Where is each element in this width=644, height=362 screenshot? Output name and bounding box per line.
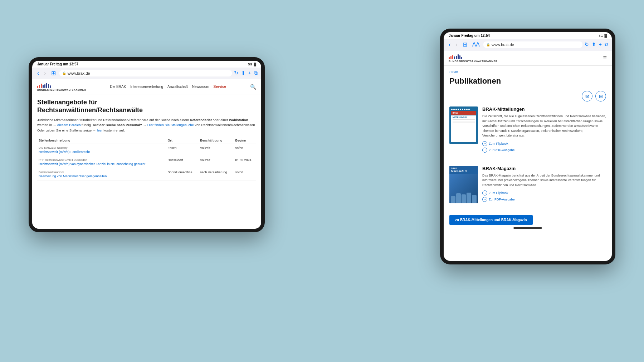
nav-interessenvertretung[interactable]: Interessenvertretung [130,85,163,89]
nav-anwaltschaft[interactable]: Anwaltschaft [167,85,188,89]
col-stellenbeschreibung: Stellenbeschreibung [37,137,166,144]
pub-link-flipbook-2[interactable]: → Zum Flipbook [482,190,606,195]
person1 [451,196,455,203]
job-1-type: Vollzeit [199,144,234,156]
battery-right: ▓ [604,34,607,38]
nav-service[interactable]: Service [214,85,226,89]
nav-links-left: Die BRAK Interessenvertretung Anwaltscha… [110,85,226,89]
dot2 [453,109,455,110]
nav-die-brak[interactable]: Die BRAK [110,85,126,89]
link-stellengesuche[interactable]: Hier finden Sie Stellengesuche [147,123,194,127]
link-bereich[interactable]: diesem Bereich [57,123,80,127]
reader-button-left[interactable]: ⊞ [50,69,57,77]
job-1-start: sofort [234,144,257,156]
table-row: Fachanwaltskanzlei Bearbeitung von Mediz… [37,168,256,180]
tablet-left-screen: Januar Freitag um 13:57 5G ▓ ‹ › ⊞ 🔒 www… [32,61,261,229]
company-2: PFP Rechtsanwälte GmbH Düsseldorf [39,158,165,162]
cta-button[interactable]: zu BRAK-Mitteilungen und BRAK-Magazin [449,215,533,225]
reader-button-right[interactable]: ⊞ [461,40,469,49]
url-left: www.brak.de [68,71,90,75]
dot6 [462,109,463,110]
rbar2 [450,56,452,59]
dot1 [451,109,453,110]
search-icon-left[interactable]: 🔍 [250,84,256,90]
pub-link-pdf-2[interactable]: → Zur PDF-Ausgabe [482,197,606,202]
job-3-link[interactable]: Bearbeitung von Medizinrechtsangelegenhe… [39,174,107,178]
browser-actions-right: ↻ ⬆ + ⧉ [585,41,608,48]
url-right: www.brak.de [492,43,514,47]
job-1-link[interactable]: Rechtsanwalt (m/w/d) Familienrecht [39,150,90,154]
signal-right: 5G [599,34,603,38]
cover-dots [451,109,476,110]
newtab-button-right[interactable]: + [599,41,602,48]
bar1 [37,86,38,88]
address-bar-right[interactable]: 🔒 www.brak.de [483,41,582,48]
dot4 [458,109,459,110]
pub-name-magazin: BRAK-Magazin [482,166,606,171]
pub-link-pdf-1[interactable]: → Zur PDF-Ausgabe [482,148,606,153]
address-bar-left[interactable]: 🔒 www.brak.de [59,70,232,76]
people-silhouettes [449,185,478,203]
share-button-right[interactable]: ⬆ [592,41,596,48]
col-ort: Ort [166,137,199,144]
refresh-button-left[interactable]: ↻ [234,70,238,76]
dot3 [455,109,457,110]
breadcrumb-right[interactable]: › Start [449,70,606,74]
tablet-right-screen: Januar Freitag um 12:54 5G ▓ ‹ › ⊞ AA 🔒 … [444,32,612,261]
tabs-button-right[interactable]: ⧉ [605,41,608,48]
job-3-start: sofort [234,168,257,180]
pub-name-mitteilungen: BRAK-Mitteilungen [482,106,606,112]
col-beschaeftigung: Beschäftigung [199,137,234,144]
back-button-right[interactable]: ‹ [447,41,452,49]
forward-button-right[interactable]: › [454,41,459,49]
page-body-right: › Start Publikationen ✉ ⊟ [444,66,612,261]
table-row: DIE KANZLEI Nadolny Rechtsanwalt (m/w/d)… [37,144,256,156]
rbar8 [461,57,462,59]
magazin-img [449,174,478,203]
person2 [456,193,461,203]
time-right: Januar Freitag um 12:54 [449,34,490,38]
dot8 [466,109,468,110]
rbar3 [452,55,453,59]
site-nav-right: BUNDESRECHTSANWALTSKAMMER ≡ [444,51,612,66]
aa-button-right[interactable]: AA [471,41,481,49]
pub-info-mitteilungen: BRAK-Mitteilungen Die Zeitschrift, die a… [482,106,606,154]
browser-chrome-left: ‹ › ⊞ 🔒 www.brak.de ↻ ⬆ + ⧉ [32,68,261,79]
email-action-btn[interactable]: ✉ [582,91,592,101]
company-1: DIE KANZLEI Nadolny [39,146,165,149]
job-2-ort: Düsseldorf [166,156,199,168]
back-button-left[interactable]: ‹ [36,69,40,77]
arrow-icon-3: → [482,190,487,195]
email-icon: ✉ [585,94,589,99]
pub-image-mitteilungen: BRAK MITTEILUNGEN [449,106,478,144]
print-action-btn[interactable]: ⊟ [595,91,606,101]
home-indicator-right [513,227,542,229]
signal-left: 5G [248,63,252,66]
pub-link-flipbook-1[interactable]: → Zum Flipbook [482,141,606,146]
newtab-button-left[interactable]: + [248,70,251,76]
hamburger-menu[interactable]: ≡ [603,54,607,62]
dot7 [464,109,465,110]
magazin-header: BRAK MAGAZIN [449,166,478,174]
pub-desc-magazin: Das BRAK-Magazin berichtet aus der Arbei… [482,173,606,188]
col-beginn: Beginn [234,137,257,144]
bar4 [43,85,44,88]
nav-newsroom[interactable]: Newsroom [192,85,209,89]
logo-text-left: BUNDESRECHTSANWALTSKAMMER [37,89,86,91]
share-button-left[interactable]: ⬆ [241,70,245,76]
pub-image-magazin: BRAK MAGAZIN [449,166,478,203]
browser-toolbar-left: ‹ › ⊞ 🔒 www.brak.de ↻ ⬆ + ⧉ [36,69,258,77]
refresh-button-right[interactable]: ↻ [585,41,589,48]
job-2-link[interactable]: Rechtsanwalt (m/w/d) von dynamischer Kan… [39,162,145,166]
print-icon: ⊟ [599,94,603,99]
page-body-left: Stellenangebote für Rechtsanwältinnen/Re… [32,94,261,185]
forward-button-left[interactable]: › [43,69,47,77]
bar8 [50,85,51,88]
time-left: Januar Freitag um 13:57 [37,62,78,66]
website-left: BUNDESRECHTSANWALTSKAMMER Die BRAK Inter… [32,79,261,229]
link-hier[interactable]: hier [97,128,103,132]
tabs-button-left[interactable]: ⧉ [254,70,258,76]
cover-mitteilungen: BRAK MITTEILUNGEN [449,106,478,144]
tablet-left: Januar Freitag um 13:57 5G ▓ ‹ › ⊞ 🔒 www… [29,57,265,232]
job-2-start: 01.02.2024 [234,156,257,168]
